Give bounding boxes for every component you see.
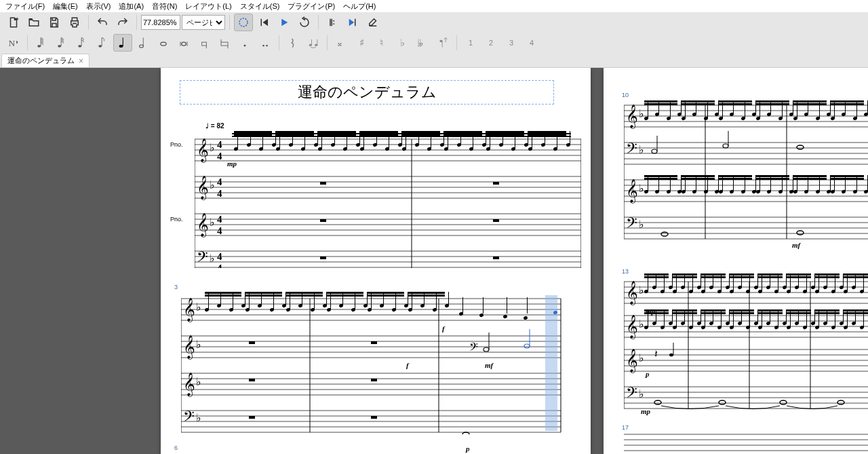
dynamic-mf[interactable]: mf — [485, 361, 493, 369]
duration-half-button[interactable] — [134, 34, 153, 52]
svg-text:♭: ♭ — [400, 37, 405, 48]
flat-button[interactable]: ♭ — [393, 34, 412, 52]
svg-point-126 — [524, 344, 530, 348]
zoom-input[interactable] — [141, 15, 180, 30]
document-tab[interactable]: 運命のペンデュラム × — [1, 54, 90, 67]
new-score-button[interactable]: ★ — [4, 14, 23, 31]
svg-text:𝄽: 𝄽 — [654, 350, 658, 358]
svg-text:𝄞: 𝄞 — [197, 213, 209, 238]
menu-view[interactable]: 表示(V) — [82, 1, 115, 12]
svg-text:♮: ♮ — [380, 37, 383, 48]
sharp-button[interactable]: ♯ — [352, 34, 371, 52]
svg-text:𝄢: 𝄢 — [626, 140, 637, 160]
redo-button[interactable] — [113, 14, 132, 31]
menu-plugins[interactable]: プラグイン(P) — [283, 1, 339, 12]
play-button[interactable] — [275, 14, 294, 31]
score-page-1[interactable]: 運命のペンデュラム ♩ = 82 Pno. Pno. 𝄞 𝄞 𝄞 � — [161, 68, 591, 454]
metronome-button[interactable] — [234, 14, 253, 31]
svg-text:♭: ♭ — [196, 339, 201, 350]
duration-breve-button[interactable] — [174, 34, 193, 52]
dot-button[interactable] — [235, 34, 254, 52]
svg-text:4: 4 — [217, 139, 222, 150]
svg-rect-82 — [493, 219, 499, 222]
treble-notes-sys1 — [232, 133, 578, 160]
double-flat-button[interactable]: 𝄫 — [413, 34, 432, 52]
menu-notes[interactable]: 音符(N) — [148, 1, 181, 12]
svg-text:𝄞: 𝄞 — [626, 105, 638, 129]
repeat-start-button[interactable] — [323, 14, 342, 31]
menu-help[interactable]: ヘルプ(H) — [339, 1, 380, 12]
duration-8th-button[interactable] — [93, 34, 112, 52]
duration-maxima-button[interactable] — [215, 34, 234, 52]
undo-button[interactable] — [93, 14, 112, 31]
edit-mode-button[interactable] — [363, 14, 382, 31]
system-2[interactable]: 𝄞 𝄞 𝄞 𝄢 ♭♭♭♭ 𝄢 — [181, 292, 581, 434]
score-title[interactable]: 運命のペンデュラム — [298, 82, 437, 102]
svg-point-17 — [161, 42, 166, 45]
svg-point-124 — [484, 347, 489, 352]
svg-text:𝄫: 𝄫 — [418, 38, 423, 48]
menu-file[interactable]: ファイル(F) — [1, 1, 49, 12]
voice-2-button[interactable]: 2 — [481, 34, 500, 52]
system-r3-partial[interactable] — [624, 431, 868, 454]
note-input-mode-button[interactable]: N — [4, 34, 23, 52]
system-r2[interactable]: 𝄞 𝄞 𝄞 𝄢 ♭♭♭♭ 𝄽 — [624, 275, 868, 411]
duration-16th-button[interactable] — [73, 34, 92, 52]
dynamic-mp[interactable]: mp — [227, 159, 237, 168]
dynamic-mp[interactable]: mp — [646, 307, 655, 316]
svg-text:♭: ♭ — [196, 412, 201, 423]
score-workspace[interactable]: 運命のペンデュラム ♩ = 82 Pno. Pno. 𝄞 𝄞 𝄞 � — [0, 68, 868, 454]
voice-3-button[interactable]: 3 — [502, 34, 521, 52]
score-page-2[interactable]: 10 𝄞 𝄢 𝄞 𝄢 ♭♭♭♭ mf 13 — [604, 68, 868, 454]
main-toolbar: ★ ページビュー — [0, 12, 868, 33]
open-button[interactable] — [24, 14, 43, 31]
double-dot-button[interactable] — [256, 34, 275, 52]
print-button[interactable] — [65, 14, 84, 31]
menu-layout[interactable]: レイアウト(L) — [181, 1, 235, 12]
rest-button[interactable] — [283, 34, 302, 52]
instrument-label: Pno. — [170, 216, 183, 223]
svg-rect-119 — [249, 379, 255, 381]
menu-edit[interactable]: 編集(E) — [49, 1, 82, 12]
play-to-end-button[interactable] — [343, 14, 362, 31]
duration-quarter-button[interactable] — [113, 34, 132, 52]
loop-button[interactable] — [295, 14, 314, 31]
svg-point-1 — [239, 18, 248, 26]
menu-add[interactable]: 追加(A) — [115, 1, 148, 12]
system-r1[interactable]: 𝄞 𝄢 𝄞 𝄢 ♭♭♭♭ — [624, 98, 868, 241]
save-button[interactable] — [45, 14, 64, 31]
voice-4-button[interactable]: 4 — [522, 34, 541, 52]
tempo-mark[interactable]: ♩ = 82 — [205, 122, 224, 130]
dynamic-p[interactable]: p — [466, 444, 470, 453]
svg-text:4: 4 — [217, 251, 222, 262]
rewind-start-button[interactable] — [254, 14, 273, 31]
duration-32nd-button[interactable] — [52, 34, 71, 52]
dynamic-f[interactable]: f — [442, 324, 445, 333]
svg-point-11 — [98, 45, 102, 47]
duration-longa-button[interactable] — [195, 34, 214, 52]
svg-point-3 — [333, 23, 334, 24]
svg-point-9 — [78, 45, 81, 47]
svg-text:𝄞: 𝄞 — [626, 349, 638, 373]
double-sharp-button[interactable]: 𝄪 — [332, 34, 351, 52]
svg-point-206 — [669, 354, 673, 357]
svg-rect-81 — [320, 219, 326, 222]
dynamic-mp[interactable]: mp — [641, 407, 650, 415]
duration-whole-button[interactable] — [154, 34, 173, 52]
dynamic-mf[interactable]: mf — [792, 241, 800, 249]
svg-text:♯: ♯ — [359, 37, 364, 48]
tie-button[interactable] — [304, 34, 323, 52]
dynamic-p[interactable]: p — [646, 370, 650, 378]
svg-point-204 — [837, 400, 844, 404]
svg-point-13 — [119, 45, 123, 48]
view-mode-select[interactable]: ページビュー — [182, 15, 225, 30]
menu-style[interactable]: スタイル(S) — [236, 1, 284, 12]
dynamic-f[interactable]: f — [406, 361, 409, 369]
voice-1-button[interactable]: 1 — [461, 34, 480, 52]
title-frame[interactable]: 運命のペンデュラム — [180, 80, 554, 105]
flip-direction-button[interactable] — [433, 34, 452, 52]
natural-button[interactable]: ♮ — [372, 34, 391, 52]
close-tab-icon[interactable]: × — [79, 56, 83, 66]
duration-64th-button[interactable] — [32, 34, 51, 52]
measure-number: 10 — [622, 92, 629, 98]
